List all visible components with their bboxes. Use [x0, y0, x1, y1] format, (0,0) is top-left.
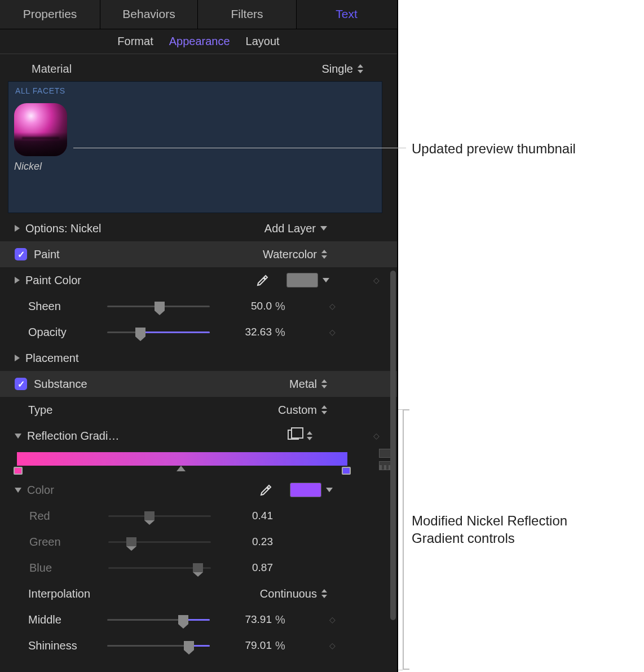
chevron-down-icon[interactable]: [323, 278, 329, 282]
options-row: Options: Nickel Add Layer: [0, 215, 397, 241]
shininess-value[interactable]: 79.01: [210, 639, 272, 652]
interpolation-popup[interactable]: Continuous: [260, 587, 327, 600]
shininess-slider[interactable]: [107, 640, 210, 651]
material-thumb-card[interactable]: Nickel: [13, 103, 76, 213]
callout-preview-thumbnail: Updated preview thumbnail: [412, 140, 576, 157]
scrollbar-thumb[interactable]: [390, 271, 396, 620]
updown-icon: [321, 405, 327, 414]
reflection-gradient-row: Reflection Gradi… ◇: [0, 423, 397, 449]
gradient-midpoint-handle[interactable]: [177, 466, 186, 471]
blue-label: Blue: [29, 562, 108, 574]
substance-checkbox[interactable]: ✓: [15, 378, 27, 390]
tab-text[interactable]: Text: [297, 0, 396, 29]
interpolation-value: Continuous: [260, 587, 317, 600]
gradient-color-swatch[interactable]: [290, 483, 321, 497]
material-label: Material: [32, 63, 321, 76]
sheen-value[interactable]: 50.0: [210, 300, 272, 312]
percent-unit: %: [272, 639, 289, 652]
green-slider[interactable]: [108, 536, 211, 547]
opacity-row: Opacity 32.63 % ◇: [0, 319, 397, 345]
gradient-editor: [0, 449, 397, 477]
opacity-slider[interactable]: [107, 326, 210, 338]
disclosure-icon[interactable]: [15, 355, 20, 361]
substance-title: Substance: [34, 378, 289, 391]
keyframe-diamond-icon[interactable]: ◇: [319, 641, 345, 650]
opacity-value[interactable]: 32.63: [210, 326, 272, 338]
sheen-slider[interactable]: [107, 300, 210, 312]
middle-label: Middle: [28, 613, 107, 626]
paint-type-popup[interactable]: Watercolor: [263, 248, 327, 261]
shininess-label: Shininess: [28, 639, 107, 652]
paint-header: ✓ Paint Watercolor: [0, 241, 397, 267]
eyedropper-icon[interactable]: [256, 273, 270, 287]
substance-kind-popup[interactable]: Metal: [289, 378, 327, 391]
percent-unit: %: [272, 326, 289, 339]
placement-label: Placement: [25, 352, 389, 365]
red-row: Red 0.41: [0, 503, 397, 529]
tab-properties[interactable]: Properties: [0, 0, 100, 29]
disclosure-icon[interactable]: [15, 277, 20, 284]
green-label: Green: [29, 536, 108, 549]
disclosure-icon[interactable]: [15, 225, 20, 232]
opacity-label: Opacity: [28, 326, 107, 339]
keyframe-diamond-icon[interactable]: ◇: [363, 276, 389, 285]
keyframe-diamond-icon[interactable]: ◇: [363, 431, 389, 440]
middle-slider[interactable]: [107, 614, 210, 625]
blue-value[interactable]: 0.87: [211, 562, 273, 574]
sub-tab-layout[interactable]: Layout: [246, 35, 280, 48]
disclosure-open-icon[interactable]: [15, 434, 21, 439]
shininess-row: Shininess 79.01 % ◇: [0, 633, 397, 658]
keyframe-diamond-icon[interactable]: ◇: [319, 615, 345, 624]
percent-unit: %: [272, 300, 289, 313]
paint-color-swatch[interactable]: [286, 273, 318, 288]
updown-icon[interactable]: [307, 431, 312, 440]
gradient-stop-left[interactable]: [14, 467, 23, 475]
red-label: Red: [29, 510, 108, 523]
updown-icon: [321, 250, 327, 259]
gradient-preset-button[interactable]: [288, 430, 299, 443]
disclosure-open-icon[interactable]: [15, 488, 21, 493]
placement-row: Placement: [0, 345, 397, 371]
gradient-stops-track[interactable]: [17, 466, 347, 477]
green-row: Green 0.23: [0, 529, 397, 555]
callout-bracket: [403, 409, 409, 670]
green-value[interactable]: 0.23: [211, 536, 273, 548]
sub-tab-format[interactable]: Format: [117, 35, 153, 48]
material-row: Material Single: [0, 56, 397, 81]
gradient-stop-right[interactable]: [342, 467, 351, 475]
chevron-down-icon[interactable]: [326, 488, 333, 492]
layers-icon: [288, 430, 299, 440]
material-well: ALL FACETS Nickel: [8, 81, 382, 213]
substance-type-popup[interactable]: Custom: [278, 404, 327, 417]
eyedropper-icon[interactable]: [259, 483, 273, 497]
paint-checkbox[interactable]: ✓: [15, 248, 27, 260]
callout-line-2: Gradient controls: [412, 529, 567, 547]
add-layer-popup[interactable]: Add Layer: [264, 222, 327, 235]
sheen-label: Sheen: [28, 300, 107, 313]
material-mode-popup[interactable]: Single: [321, 63, 363, 76]
tab-filters[interactable]: Filters: [198, 0, 297, 29]
updown-icon: [321, 589, 327, 598]
red-value[interactable]: 0.41: [211, 510, 273, 522]
blue-slider[interactable]: [108, 562, 211, 573]
interpolation-row: Interpolation Continuous: [0, 581, 397, 607]
type-value: Custom: [278, 404, 317, 417]
scrollbar[interactable]: [390, 259, 396, 666]
gradient-color-row: Color: [0, 477, 397, 503]
gradient-bar[interactable]: [17, 452, 347, 466]
sub-tab-appearance[interactable]: Appearance: [169, 35, 230, 48]
all-facets-label: ALL FACETS: [15, 86, 65, 95]
chevron-down-icon: [320, 226, 327, 231]
type-label: Type: [28, 404, 278, 417]
material-thumb-caption: Nickel: [13, 161, 76, 173]
keyframe-diamond-icon[interactable]: ◇: [319, 302, 345, 311]
material-preview-thumbnail[interactable]: [14, 103, 67, 156]
callout-reflection-gradient: Modified Nickel Reflection Gradient cont…: [412, 512, 567, 547]
interpolation-label: Interpolation: [28, 587, 260, 600]
red-slider[interactable]: [108, 510, 211, 521]
callout-bracket-tick: [398, 670, 403, 670]
reflection-gradient-label: Reflection Gradi…: [27, 430, 288, 443]
middle-value[interactable]: 73.91: [210, 613, 272, 626]
keyframe-diamond-icon[interactable]: ◇: [319, 328, 345, 337]
tab-behaviors[interactable]: Behaviors: [100, 0, 198, 29]
